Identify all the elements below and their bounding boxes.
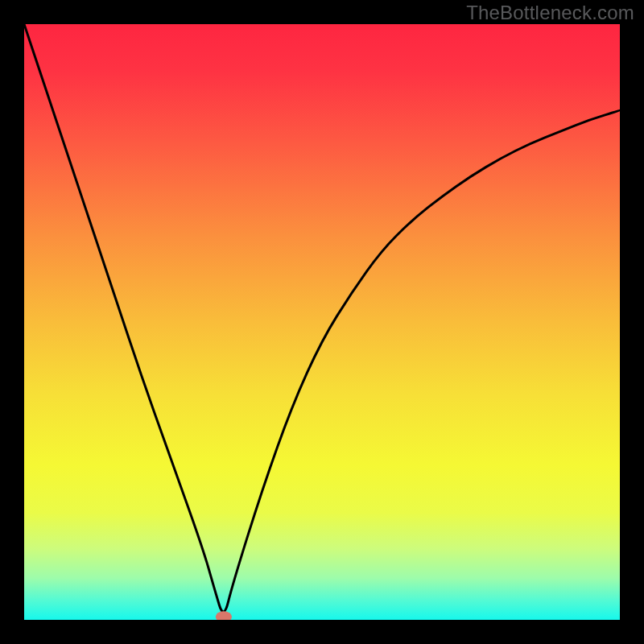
chart-background — [24, 24, 620, 620]
chart-svg — [0, 0, 644, 644]
watermark-text: TheBottleneck.com — [466, 2, 634, 24]
